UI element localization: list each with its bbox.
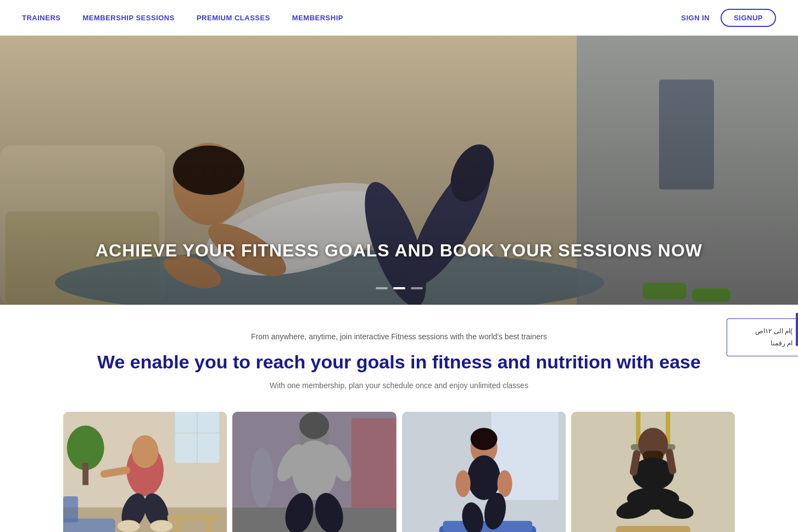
nav-link-trainers[interactable]: TRAINERS: [22, 14, 60, 22]
intro-sub: From anywhere, anytime, join interactive…: [11, 332, 787, 341]
svg-rect-78: [616, 526, 690, 532]
hero-dot-1[interactable]: [376, 287, 388, 289]
svg-rect-51: [351, 418, 396, 507]
svg-line-23: [104, 470, 127, 474]
nav-actions: SIGN IN SIGNUP: [681, 9, 776, 27]
svg-point-58: [470, 428, 497, 450]
side-panel-bar: [796, 313, 798, 346]
hero-dot-3[interactable]: [411, 287, 423, 289]
svg-point-27: [150, 520, 173, 532]
side-panel[interactable]: ام الى ١٢اص( ام رقمنا: [727, 318, 798, 356]
nav-link-membership-sessions[interactable]: MEMBERSHIP SESSIONS: [82, 14, 174, 22]
svg-point-22: [132, 435, 159, 468]
svg-point-60: [455, 470, 470, 497]
photo-grid: [11, 412, 787, 532]
intro-title: We enable you to reach your goals in fit…: [11, 351, 787, 373]
svg-point-40: [299, 412, 329, 439]
photo-card-3: [402, 412, 566, 532]
hero-dots: [376, 287, 423, 289]
svg-rect-30: [206, 520, 212, 532]
svg-point-26: [118, 520, 140, 532]
svg-rect-20: [82, 463, 88, 485]
photo-card-2: [232, 412, 396, 532]
side-panel-line1: ام الى ١٢اص(: [733, 326, 793, 338]
svg-rect-28: [168, 515, 220, 521]
svg-rect-32: [63, 496, 78, 522]
photo-card-1: [63, 412, 227, 532]
photo-card-4: [571, 412, 735, 532]
nav-links: TRAINERS MEMBERSHIP SESSIONS PREMIUM CLA…: [22, 14, 343, 22]
svg-rect-29: [175, 520, 181, 532]
hero-section: ACHIEVE YOUR FITNESS GOALS AND BOOK YOUR…: [0, 36, 798, 305]
nav-link-premium-classes[interactable]: PREMIUM CLASSES: [197, 14, 270, 22]
signin-link[interactable]: SIGN IN: [681, 14, 710, 22]
hero-dot-2[interactable]: [393, 287, 405, 289]
hero-headline: ACHIEVE YOUR FITNESS GOALS AND BOOK YOUR…: [0, 240, 798, 261]
svg-rect-37: [232, 507, 396, 532]
navbar: TRAINERS MEMBERSHIP SESSIONS PREMIUM CLA…: [0, 0, 798, 36]
side-panel-line2: ام رقمنا: [733, 338, 793, 350]
nav-link-membership[interactable]: MEMBERSHIP: [292, 14, 343, 22]
hero-overlay: [0, 36, 798, 305]
svg-point-50: [251, 448, 274, 507]
svg-point-61: [497, 470, 512, 497]
intro-desc: With one membership, plan your schedule …: [11, 381, 787, 390]
intro-section: From anywhere, anytime, join interactive…: [0, 305, 798, 532]
signup-button[interactable]: SIGNUP: [721, 9, 776, 27]
